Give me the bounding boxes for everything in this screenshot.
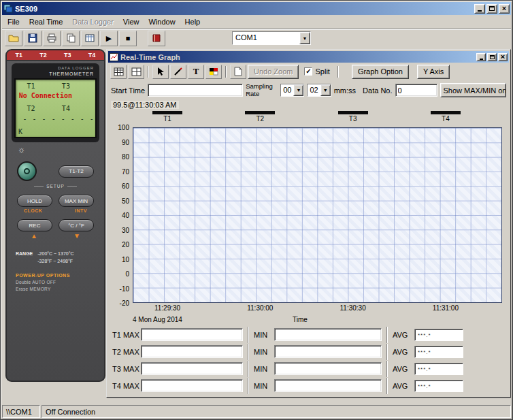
- graph-close-button[interactable]: ×: [498, 53, 508, 61]
- menu-window[interactable]: Window: [144, 16, 180, 28]
- device-keys: T1-T2 SETUP HOLD MAX MIN CLOCK INTV REC …: [7, 154, 104, 240]
- device-input-t1: T1: [16, 52, 23, 59]
- checkbox-box[interactable]: ✓: [304, 67, 312, 76]
- cursor-icon: [156, 67, 165, 76]
- max-label: T4 MAX: [110, 382, 141, 390]
- legend-line-icon: [245, 111, 275, 114]
- start-time-input[interactable]: [148, 84, 243, 97]
- graph-toolbar: T Undo Zoom ✓ Split Graph Option Y Axis: [108, 63, 509, 80]
- min-input[interactable]: [274, 328, 382, 341]
- menu-help[interactable]: Help: [180, 16, 205, 28]
- pen-tool-button[interactable]: [170, 65, 186, 79]
- setup-label: SETUP: [17, 184, 94, 189]
- divider: [248, 378, 249, 394]
- graph-window-icon: [110, 53, 118, 61]
- color-tool-button[interactable]: [205, 65, 222, 79]
- min-input[interactable]: [274, 362, 382, 375]
- combo-dropdown-icon[interactable]: ▼: [293, 84, 303, 96]
- graph-controls: Start Time Sampling Rate 00 ▼ 02 ▼ mm:ss…: [108, 80, 509, 100]
- menu-data-logger[interactable]: Data Logger: [67, 16, 118, 28]
- save-button[interactable]: [24, 31, 42, 46]
- avg-label: AVG: [393, 348, 414, 356]
- max-input[interactable]: [141, 379, 243, 392]
- print-button[interactable]: [43, 31, 61, 46]
- avg-value: ***.*: [414, 346, 463, 358]
- help-book-icon: [151, 33, 162, 44]
- split-checkbox[interactable]: ✓ Split: [304, 67, 329, 76]
- graph-minimize-button[interactable]: [476, 53, 486, 61]
- minimize-button[interactable]: [474, 4, 485, 14]
- powerup-option-1: Double AUTO OFF: [16, 280, 95, 285]
- tile-view-button[interactable]: [128, 65, 144, 79]
- toolbar-separator: [225, 66, 227, 78]
- combo-dropdown-icon[interactable]: ▼: [320, 84, 331, 96]
- data-no-input[interactable]: [395, 84, 437, 97]
- max-input[interactable]: [141, 328, 243, 341]
- time-axis-label: Time: [293, 316, 308, 323]
- maximize-button[interactable]: [486, 4, 497, 14]
- connection-status: Off Connection: [42, 405, 511, 418]
- min-input[interactable]: [274, 345, 382, 358]
- legend-t3: T3: [338, 111, 368, 123]
- divider: [386, 344, 388, 360]
- menu-real-time[interactable]: Real Time: [24, 16, 68, 28]
- legend-line-icon: [431, 111, 461, 114]
- y-tick: -10: [120, 285, 129, 292]
- combo-dropdown-icon[interactable]: ▼: [299, 32, 310, 44]
- rate-seconds-value: 02: [308, 84, 320, 96]
- close-icon: ×: [502, 5, 506, 12]
- legend-label: T1: [152, 115, 182, 123]
- com-port-select[interactable]: COM1 ▼: [232, 31, 311, 45]
- start-realtime-button[interactable]: ▶: [100, 31, 118, 46]
- y-tick: -20: [120, 300, 129, 307]
- y-tick: 30: [122, 226, 129, 233]
- stop-realtime-button[interactable]: ■: [119, 31, 137, 46]
- rate-seconds-select[interactable]: 02 ▼: [307, 84, 331, 97]
- graph-titlebar[interactable]: Real-Time Graph ×: [108, 51, 509, 63]
- minimize-icon: [478, 10, 482, 12]
- y-axis-button[interactable]: Y Axis: [417, 65, 450, 79]
- main-toolbar: ▶ ■ COM1 ▼: [2, 29, 511, 47]
- menu-file[interactable]: File: [3, 16, 24, 28]
- device-power-button: [17, 161, 37, 181]
- graph-pane: 99.5@11:30:03 AM T1T2T3T4 10090807060504…: [108, 100, 509, 325]
- undo-zoom-button[interactable]: Undo Zoom: [248, 65, 299, 79]
- open-button[interactable]: [5, 31, 22, 46]
- stat-row-t1: T1 MAXMINAVG***.*: [110, 327, 508, 343]
- graph-maximize-button[interactable]: [487, 53, 497, 61]
- stat-row-t4: T4 MAXMINAVG***.*: [110, 378, 508, 394]
- copy-button[interactable]: [62, 31, 80, 46]
- show-maxmin-button[interactable]: Show MAX/MIN on: [440, 83, 506, 97]
- table-view-button[interactable]: [110, 65, 127, 79]
- min-input[interactable]: [274, 379, 382, 392]
- device-brand-line1: DATA LOGGER: [17, 66, 94, 71]
- toolbar-separator: [148, 66, 149, 78]
- close-button[interactable]: ×: [499, 4, 510, 14]
- legend-t1: T1: [152, 111, 182, 123]
- report-button[interactable]: [230, 65, 246, 79]
- rate-minutes-value: 00: [281, 84, 293, 96]
- rate-minutes-select[interactable]: 00 ▼: [280, 84, 304, 97]
- main-titlebar[interactable]: SE309 ×: [2, 2, 511, 15]
- lcd-t1: T1: [27, 82, 35, 90]
- date-label: 4 Mon Aug 2014: [133, 316, 182, 323]
- powerup-option-2: Erase MEMORY: [16, 287, 95, 291]
- range-celsius: -200°C ~ 1370°C: [37, 251, 73, 258]
- device-input-t2: T2: [39, 52, 47, 59]
- plot-area[interactable]: [133, 127, 502, 303]
- max-input[interactable]: [141, 345, 243, 358]
- cursor-tool-button[interactable]: [152, 65, 169, 79]
- stats-panel: T1 MAXMINAVG***.*T2 MAXMINAVG***.*T3 MAX…: [108, 325, 509, 395]
- divider: [248, 327, 249, 343]
- help-button[interactable]: [148, 31, 165, 46]
- window-title: SE309: [15, 5, 474, 13]
- data-table-button[interactable]: [81, 31, 99, 46]
- menu-view[interactable]: View: [118, 16, 144, 28]
- maximize-icon: [490, 55, 495, 59]
- y-tick: 0: [125, 270, 129, 278]
- text-tool-button[interactable]: T: [188, 65, 204, 79]
- max-input[interactable]: [141, 362, 243, 375]
- graph-option-button[interactable]: Graph Option: [352, 65, 409, 79]
- sampling-rate-label: Sampling Rate: [246, 83, 278, 97]
- up-arrow-icon: ▲: [31, 233, 37, 240]
